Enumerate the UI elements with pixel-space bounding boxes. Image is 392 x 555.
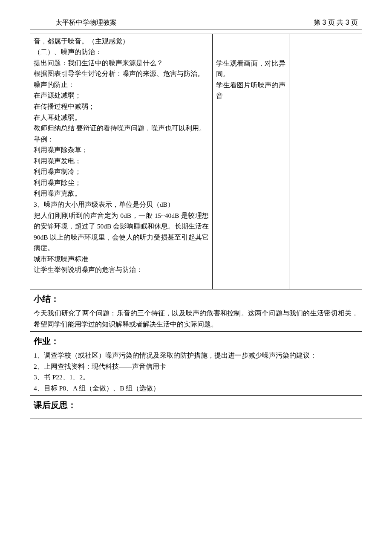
- homework-title: 作业：: [34, 334, 358, 348]
- content-line: 在人耳处减弱。: [34, 112, 209, 123]
- content-line: 让学生举例说明噪声的危害与防治：: [34, 264, 209, 275]
- content-line: 利用噪声制冷；: [34, 166, 209, 177]
- table-row: 作业： 1、调查学校（或社区）噪声污染的情况及采取的防护措施，提出进一步减少噪声…: [30, 332, 362, 396]
- header-underline: [30, 29, 362, 29]
- page: 太平桥中学物理教案 第 3 页 共 3 页 音，都属于噪音。（主观感觉） （二）…: [0, 0, 392, 555]
- reflection-title: 课后反思：: [34, 398, 358, 412]
- content-line: 利用噪声除尘；: [34, 177, 209, 188]
- content-line: 提出问题：我们生活中的噪声来源是什么？: [34, 58, 209, 69]
- content-line: 城市环境噪声标准: [34, 254, 209, 265]
- header-right: 第 3 页 共 3 页: [314, 17, 358, 28]
- content-line: 3、噪声的大小用声级表示，单位是分贝（dB）: [34, 199, 209, 210]
- summary-body: 今天我们研究了两个问题：乐音的三个特征，以及噪声的危害和控制。这两个问题与我们的…: [34, 308, 358, 330]
- reflection-cell: 课后反思：: [30, 396, 362, 419]
- content-line: 在传播过程中减弱；: [34, 101, 209, 112]
- table-row: 课后反思：: [30, 396, 362, 419]
- student-activity-cell: 学生观看画面，对比异同。 学生看图片听噪声的声音: [213, 34, 289, 289]
- homework-cell: 作业： 1、调查学校（或社区）噪声污染的情况及采取的防护措施，提出进一步减少噪声…: [30, 332, 362, 396]
- table-row: 音，都属于噪音。（主观感觉） （二）、噪声的防治： 提出问题：我们生活中的噪声来…: [30, 34, 362, 289]
- teacher-activity-cell: 音，都属于噪音。（主观感觉） （二）、噪声的防治： 提出问题：我们生活中的噪声来…: [30, 34, 213, 289]
- content-line: 学生观看画面，对比异同。: [216, 58, 285, 80]
- content-line: 噪声的防止：: [34, 79, 209, 90]
- homework-item: 4、目标 P8、A 组（全做）、B 组（选做）: [34, 383, 358, 394]
- content-line: 利用噪声克敌。: [34, 188, 209, 199]
- blank-space: [34, 275, 209, 287]
- content-line: 举例：: [34, 134, 209, 145]
- content-line: 学生看图片听噪声的声音: [216, 80, 285, 101]
- header-left: 太平桥中学物理教案: [55, 17, 117, 28]
- content-line: 教师归纳总结 要辩证的看待噪声问题，噪声也可以利用。: [34, 123, 209, 134]
- page-header: 太平桥中学物理教案 第 3 页 共 3 页: [30, 17, 362, 29]
- table-row: 小结： 今天我们研究了两个问题：乐音的三个特征，以及噪声的危害和控制。这两个问题…: [30, 289, 362, 331]
- summary-title: 小结：: [34, 292, 358, 306]
- content-line: 音，都属于噪音。（主观感觉）: [34, 36, 209, 47]
- content-line: 根据图表引导学生讨论分析：噪声的来源、危害与防治。: [34, 68, 209, 79]
- homework-item: 1、调查学校（或社区）噪声污染的情况及采取的防护措施，提出进一步减少噪声污染的建…: [34, 350, 358, 361]
- lesson-plan-table: 音，都属于噪音。（主观感觉） （二）、噪声的防治： 提出问题：我们生活中的噪声来…: [30, 34, 362, 419]
- content-line: 利用噪声发电；: [34, 156, 209, 167]
- content-line: 在声源处减弱；: [34, 90, 209, 101]
- content-line: 把人们刚刚听到的声音定为 0dB，一般 15~40dB 是较理想的安静环境，超过…: [34, 210, 209, 254]
- homework-item: 2、上网查找资料：现代科技——声音信用卡: [34, 361, 358, 372]
- blank-space: [216, 36, 285, 58]
- notes-cell: [289, 34, 362, 289]
- content-line: 利用噪声除杂草；: [34, 145, 209, 156]
- summary-cell: 小结： 今天我们研究了两个问题：乐音的三个特征，以及噪声的危害和控制。这两个问题…: [30, 289, 362, 331]
- content-line: （二）、噪声的防治：: [34, 46, 209, 58]
- homework-item: 3、书 P22、1、2。: [34, 372, 358, 383]
